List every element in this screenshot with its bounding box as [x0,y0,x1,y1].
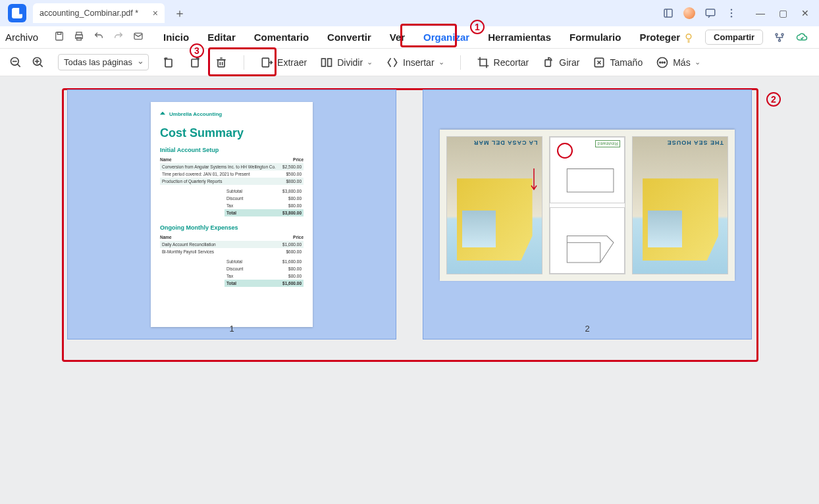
rotate-label: Girar [559,57,579,68]
chevron-down-icon: ⌄ [438,58,444,66]
more-label: Más [673,57,690,68]
insert-button[interactable]: Insertar ⌄ [386,56,444,69]
rotate-icon [542,56,555,69]
size-button[interactable]: Tamaño [593,56,643,69]
menu-file[interactable]: Archivo [5,32,38,43]
table-cell: $1,600.00 [262,258,304,265]
save-icon[interactable] [54,31,65,43]
table-cell: Discount [225,265,262,272]
svg-point-37 [664,62,666,63]
avatar[interactable] [683,7,695,19]
insert-label: Insertar [403,57,434,68]
network-icon[interactable] [774,32,785,43]
svg-rect-0 [664,9,672,17]
zoom-out-icon[interactable] [9,56,22,69]
window-maximize[interactable]: ▢ [777,7,789,19]
page-range-select[interactable]: Todas las páginas [58,54,149,70]
print-icon[interactable] [74,31,84,43]
menu-inicio[interactable]: Inicio [163,32,189,43]
table-cell: Discount [225,195,262,202]
menubar: Archivo Inicio Editar Comentario Convert… [0,26,819,49]
svg-point-12 [686,34,691,39]
doc2-title-left: LA CASA DEL MAR [473,139,538,146]
rotate-button[interactable]: Girar [542,56,579,69]
table-cell: $1,600.00 [262,280,304,287]
share-button[interactable]: Compartir [705,30,763,45]
window-close[interactable]: ✕ [799,7,811,19]
svg-rect-25 [192,59,198,67]
panel-icon[interactable] [662,7,674,19]
svg-rect-6 [56,32,63,40]
page-number-2: 2 [423,324,751,334]
svg-point-14 [781,34,783,36]
svg-rect-29 [262,58,269,66]
crop-button[interactable]: Recortar [477,56,529,69]
new-tab-button[interactable]: ＋ [174,5,186,21]
table-cell: $00.00 [262,195,304,202]
more-button[interactable]: Más ⌄ [656,56,700,69]
redo-icon[interactable] [113,31,124,43]
svg-rect-31 [328,59,332,66]
menu-tabs: Inicio Editar Comentario Convertir Ver O… [163,32,680,43]
size-label: Tamaño [610,57,643,68]
menu-organizar[interactable]: Organizar [423,32,469,43]
extract-button[interactable]: Extraer [260,56,307,69]
menu-ver[interactable]: Ver [390,32,405,43]
menu-herramientas[interactable]: Herramientas [488,32,551,43]
page-range-value: Todas las páginas [64,57,132,67]
table-cell: $00.00 [262,272,304,280]
undo-icon[interactable] [93,31,104,43]
page-thumbnail-2[interactable]: THE SEA HOUSE Reviewed LA CASA DEL MAR 2 [423,89,752,340]
rotate-right-icon[interactable] [188,56,201,69]
table-cell: $2,500.00 [280,163,304,170]
table-cell: Tax [225,272,262,280]
table-cell: $500.00 [280,170,304,178]
doc1-title: Cost Summary [160,126,304,140]
titlebar: accounting_Combinar.pdf * × ＋ — ▢ ✕ [0,0,819,26]
svg-point-5 [731,16,732,17]
table-cell: $3,800.00 [262,209,304,216]
doc2-reviewed: Reviewed [595,140,621,147]
doc2-title-right: THE SEA HOUSE [667,139,724,146]
chevron-down-icon: ⌄ [367,58,373,66]
mail-icon[interactable] [133,31,144,43]
svg-rect-32 [545,59,550,66]
lightbulb-icon[interactable] [683,32,695,43]
more-vertical-icon[interactable] [726,7,737,19]
zoom-in-icon[interactable] [32,56,45,69]
svg-rect-7 [57,32,61,34]
svg-line-23 [40,64,43,66]
workspace: 2 Umbrella Accounting Cost Summary Initi… [0,76,819,353]
menu-proteger[interactable]: Proteger [639,32,680,43]
doc1-section1: Initial Account Setup [160,147,304,153]
table-cell: Total [225,209,262,216]
extract-icon [260,56,273,69]
table-cell: $00.00 [262,265,304,272]
delete-icon[interactable] [215,56,228,69]
svg-rect-24 [165,59,172,67]
svg-point-13 [776,34,778,36]
table-cell: Daily Account Reconciliation [160,241,263,248]
insert-icon [386,56,399,69]
menu-editar[interactable]: Editar [207,32,236,43]
split-button[interactable]: Dividir ⌄ [320,56,373,69]
document-tab[interactable]: accounting_Combinar.pdf * × [33,3,165,23]
size-icon [593,56,606,69]
crop-icon [477,56,490,69]
window-minimize[interactable]: — [754,7,766,19]
rotate-left-icon[interactable] [162,56,175,69]
col-name: Name [160,156,280,163]
chat-icon[interactable] [704,7,716,19]
cloud-sync-icon[interactable] [796,32,808,43]
svg-line-19 [18,64,20,66]
close-tab-icon[interactable]: × [153,8,158,18]
tab-title: accounting_Combinar.pdf * [40,9,138,18]
col-price: Price [280,156,304,163]
menu-formulario[interactable]: Formulario [569,32,621,43]
chevron-down-icon: ⌄ [695,58,700,66]
split-icon [320,56,333,69]
menu-convertir[interactable]: Convertir [327,32,371,43]
menu-comentario[interactable]: Comentario [254,32,309,43]
page-thumbnail-1[interactable]: Umbrella Accounting Cost Summary Initial… [67,89,396,340]
extract-label: Extraer [277,57,307,68]
